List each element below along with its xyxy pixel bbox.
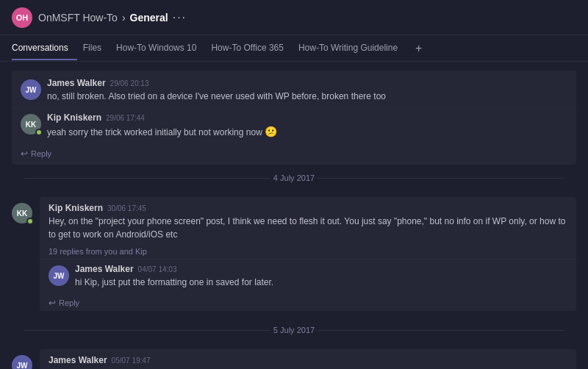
message-author-kk30: Kip Kniskern (49, 203, 103, 213)
breadcrumb-arrow: › (122, 12, 126, 24)
reply-button-2[interactable]: ↩ Reply (40, 295, 576, 311)
date-divider-july4: 4 July 2017 (0, 173, 588, 182)
message-header-kk30: Kip Kniskern 30/06 17:45 (49, 203, 567, 213)
avatar-kk-1: KK (21, 114, 41, 135)
avatar-kk-2: KK (12, 203, 32, 223)
add-tab-button[interactable]: + (415, 42, 422, 55)
reply-icon-2: ↩ (49, 298, 56, 308)
conv-item-3: JW James Walker 05/07 19:47 Hey Kip, I j… (0, 343, 588, 369)
online-badge-kk1 (35, 129, 43, 136)
message-text-2: yeah sorry the trick worked initially bu… (47, 124, 567, 140)
avatar-jw-3: JW (12, 355, 32, 369)
tab-bar: Conversations Files How-To Windows 10 Ho… (0, 35, 588, 62)
thread-block-1: JW James Walker 29/06 20:13 no, still br… (12, 71, 576, 165)
tab-conversations[interactable]: Conversations (12, 37, 77, 60)
message-time-jw-sub: 04/07 14:03 (138, 265, 177, 273)
tab-writing-guideline[interactable]: How-To Writing Guideline (298, 37, 406, 60)
message-time-kk30: 30/06 17:45 (107, 204, 146, 212)
conv-avatar-col-3: JW (12, 354, 32, 369)
reply-button-1[interactable]: ↩ Reply (12, 146, 576, 162)
header: OH OnMSFT How-To › General ··· (0, 0, 588, 35)
message-body-kk30: Kip Kniskern 30/06 17:45 Hey, on the "pr… (49, 203, 567, 241)
message-text-jw-sub: hi Kip, just put the formatting one in s… (75, 276, 567, 289)
conv-avatar-col-2: KK (12, 201, 32, 223)
message-text-kk30: Hey, on the "project your phone screen" … (49, 215, 567, 241)
reply-icon-1: ↩ (21, 148, 28, 159)
team-name: OnMSFT How-To (38, 12, 118, 24)
message-kk-jun30: Kip Kniskern 30/06 17:45 Hey, on the "pr… (40, 197, 576, 244)
conversation-content: JW James Walker 29/06 20:13 no, still br… (0, 62, 588, 369)
submessage-jw-jul4: JW James Walker 04/07 14:03 hi Kip, just… (40, 259, 576, 293)
message-author-jw-sub: James Walker (75, 264, 134, 274)
message-author-jw5: James Walker (49, 355, 107, 365)
replies-count-2[interactable]: 19 replies from you and Kip (40, 244, 576, 259)
message-header-1: James Walker 29/06 20:13 (47, 78, 567, 88)
more-options-dots[interactable]: ··· (173, 11, 187, 24)
conv-main-2: Kip Kniskern 30/06 17:45 Hey, on the "pr… (40, 197, 576, 311)
conv-main-3: James Walker 05/07 19:47 Hey Kip, I just… (40, 349, 576, 369)
team-avatar: OH (12, 7, 32, 28)
message-time-2: 29/06 17:44 (106, 114, 145, 122)
avatar-jw-sub: JW (49, 265, 69, 286)
message-body-1: James Walker 29/06 20:13 no, still broke… (47, 78, 567, 103)
avatar-jw-1: JW (21, 79, 41, 100)
conv-item-2: KK Kip Kniskern 30/06 17:45 Hey, on the … (0, 191, 588, 317)
tab-howto-windows[interactable]: How-To Windows 10 (116, 37, 205, 60)
message-jw-jun29: JW James Walker 29/06 20:13 no, still br… (12, 74, 576, 107)
tab-howto-office[interactable]: How-To Office 365 (211, 37, 293, 60)
message-kk-jun29: KK Kip Kniskern 29/06 17:44 yeah sorry t… (12, 107, 576, 144)
online-badge-kk2 (26, 218, 34, 225)
message-time-jw5: 05/07 19:47 (112, 357, 151, 365)
message-body-jw5: James Walker 05/07 19:47 Hey Kip, I just… (49, 355, 567, 369)
channel-name: General (130, 12, 168, 24)
message-header-jw5: James Walker 05/07 19:47 (49, 355, 567, 365)
message-jw-jul5: James Walker 05/07 19:47 Hey Kip, I just… (40, 349, 576, 369)
emoji-icon: 😕 (265, 126, 277, 137)
date-divider-july5: 5 July 2017 (0, 326, 588, 334)
message-header-jw-sub: James Walker 04/07 14:03 (75, 264, 567, 274)
message-body-2: Kip Kniskern 29/06 17:44 yeah sorry the … (47, 112, 567, 140)
message-author-1: James Walker (47, 78, 106, 88)
message-author-2: Kip Kniskern (47, 112, 101, 123)
message-time-1: 29/06 20:13 (110, 79, 149, 87)
tab-files[interactable]: Files (83, 37, 110, 60)
message-text-1: no, still broken. Also tried on a device… (47, 90, 567, 103)
message-header-2: Kip Kniskern 29/06 17:44 (47, 112, 567, 123)
message-body-jw-sub: James Walker 04/07 14:03 hi Kip, just pu… (75, 264, 567, 289)
